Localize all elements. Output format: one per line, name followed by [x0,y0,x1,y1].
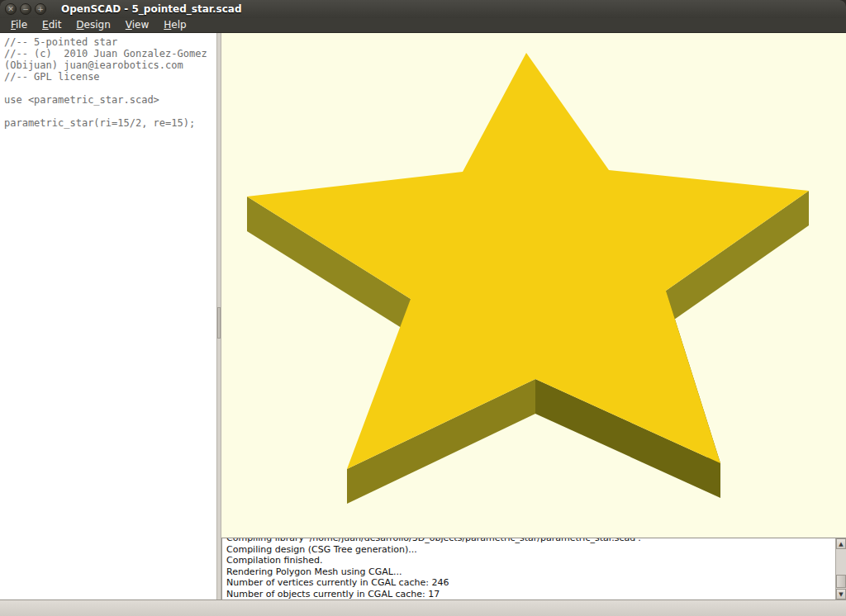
code-line: (Obijuan) juan@iearobotics.com [4,59,216,71]
star-render [221,33,846,538]
right-pane: Compiling library '/home/juan/desarrollo… [221,33,846,599]
menu-bar: File Edit Design View Help [0,18,846,33]
console-line: Number of objects currently in CGAL cach… [226,589,833,600]
status-bar: Viewport: translate = [ -0.42 0.49 0.57 … [0,599,846,616]
code-line: use <parametric_star.scad> [4,94,216,106]
console-log: Compiling library '/home/juan/desarrollo… [222,538,846,599]
openscad-window: ✕ − + OpenSCAD - 5_pointed_star.scad Fil… [0,0,846,616]
console-line: Number of vertices currently in CGAL cac… [226,577,833,589]
console-line: Compilation finished. [226,555,833,566]
console-line: Compiling library '/home/juan/desarrollo… [226,538,833,544]
title-bar[interactable]: ✕ − + OpenSCAD - 5_pointed_star.scad [0,0,846,18]
scroll-down-icon[interactable]: ▼ [836,589,846,599]
3d-viewport[interactable] [221,33,846,538]
code-line: //-- GPL license [4,71,216,83]
menu-design[interactable]: Design [69,18,117,32]
code-line: //-- (c) 2010 Juan Gonzalez-Gomez [4,48,216,59]
menu-view[interactable]: View [118,18,156,32]
scroll-up-icon[interactable]: ▲ [836,538,846,549]
code-line [4,83,216,94]
menu-file[interactable]: File [3,18,35,32]
maximize-button[interactable]: + [35,3,46,15]
code-editor[interactable]: //-- 5-pointed star //-- (c) 2010 Juan G… [0,33,216,599]
menu-help[interactable]: Help [156,18,193,32]
console-line: Compiling design (CSG Tree generation)..… [226,544,833,556]
console-scrollbar[interactable]: ▲ ▼ [835,538,846,599]
code-line [4,106,216,117]
scrollbar-thumb[interactable] [836,575,846,588]
window-title: OpenSCAD - 5_pointed_star.scad [61,3,242,15]
minimize-button[interactable]: − [20,3,31,15]
menu-edit[interactable]: Edit [35,18,69,32]
console-panel[interactable]: Compiling library '/home/juan/desarrollo… [221,538,846,599]
splitter-grip-icon[interactable] [217,307,221,339]
console-line: Rendering Polygon Mesh using CGAL... [226,566,833,578]
close-button[interactable]: ✕ [5,3,17,15]
code-line: parametric_star(ri=15/2, re=15); [4,117,216,129]
main-area: //-- 5-pointed star //-- (c) 2010 Juan G… [0,33,846,599]
code-line: //-- 5-pointed star [4,36,216,48]
